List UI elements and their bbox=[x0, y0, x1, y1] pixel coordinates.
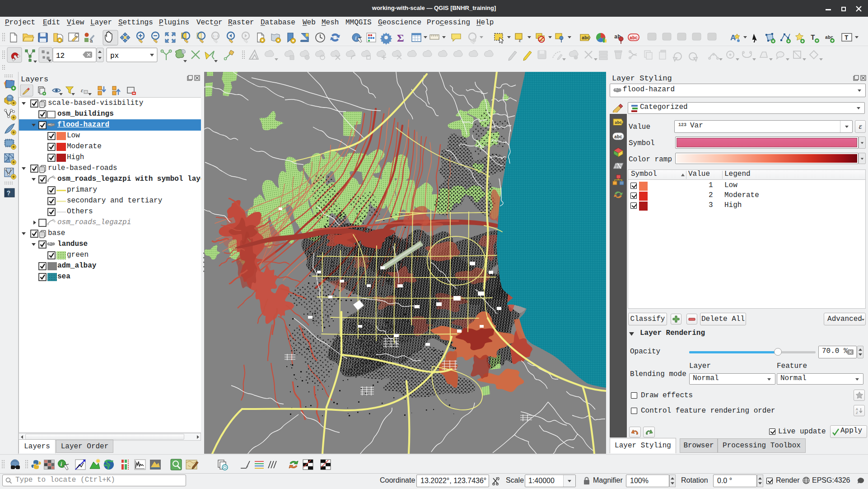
svg-text:T: T bbox=[811, 34, 815, 42]
svg-text:abc: abc bbox=[615, 121, 622, 125]
svg-text:abc: abc bbox=[614, 135, 622, 140]
svg-text:Σ: Σ bbox=[397, 32, 404, 44]
svg-text:ε: ε bbox=[519, 37, 522, 43]
svg-text:Z: Z bbox=[856, 411, 858, 415]
svg-text:T: T bbox=[845, 34, 848, 42]
svg-text:a: a bbox=[90, 38, 93, 44]
svg-text:?: ? bbox=[7, 190, 10, 197]
svg-text:A: A bbox=[730, 33, 736, 42]
svg-text:px: px bbox=[110, 52, 119, 60]
svg-text:12: 12 bbox=[56, 52, 65, 60]
svg-text:ε: ε bbox=[81, 87, 84, 94]
svg-text:i: i bbox=[355, 34, 357, 41]
svg-text:abc: abc bbox=[582, 36, 590, 41]
svg-text:abc: abc bbox=[630, 36, 638, 41]
svg-text:1:1: 1:1 bbox=[213, 34, 219, 38]
